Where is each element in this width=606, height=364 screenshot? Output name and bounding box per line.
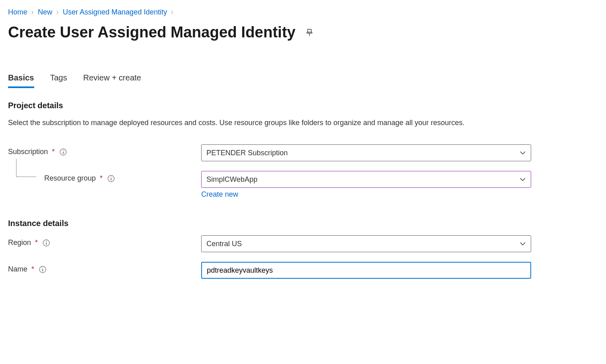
chevron-down-icon [519,176,526,183]
project-details-title: Project details [8,101,598,110]
svg-rect-0 [308,29,311,32]
project-details-description: Select the subscription to manage deploy… [8,117,491,128]
chevron-down-icon [519,150,526,156]
breadcrumb-link-new[interactable]: New [38,8,52,16]
section-project-details: Project details Select the subscription … [8,101,598,199]
pin-icon[interactable] [305,28,314,37]
create-new-link[interactable]: Create new [201,190,238,199]
region-label: Region [8,239,31,247]
instance-details-title: Instance details [8,219,598,228]
form-row-resource-group: Resource group * SimplCWebApp Create new [8,171,598,199]
page-title: Create User Assigned Managed Identity [8,24,295,41]
resource-group-label-col: Resource group * [8,171,201,183]
resource-group-dropdown[interactable]: SimplCWebApp [201,171,531,188]
info-icon[interactable] [39,266,46,273]
subscription-dropdown[interactable]: PETENDER Subscription [201,144,531,161]
info-icon[interactable] [60,148,67,156]
name-label-col: Name * [8,262,201,274]
chevron-right-icon [56,9,60,16]
region-dropdown[interactable]: Central US [201,235,531,252]
chevron-right-icon [31,9,35,16]
tab-basics[interactable]: Basics [8,73,34,88]
name-input[interactable] [201,262,531,279]
breadcrumb-link-identity[interactable]: User Assigned Managed Identity [63,8,167,16]
info-icon[interactable] [107,175,115,182]
svg-point-5 [63,150,64,151]
tab-review-create[interactable]: Review + create [83,73,141,88]
required-indicator: * [52,148,55,156]
svg-point-8 [111,177,111,177]
svg-rect-1 [307,32,312,33]
breadcrumb-link-home[interactable]: Home [8,8,27,16]
form-row-name: Name * [8,262,598,279]
region-label-col: Region * [8,235,201,247]
resource-group-value: SimplCWebApp [206,175,258,184]
region-value: Central US [206,240,242,248]
form-row-subscription: Subscription * PETENDER Subscription [8,144,598,161]
svg-point-14 [42,267,43,268]
tab-tags[interactable]: Tags [50,73,67,88]
tabs: Basics Tags Review + create [8,73,598,88]
required-indicator: * [100,174,103,183]
page-header: Create User Assigned Managed Identity [8,24,598,41]
subscription-label: Subscription [8,148,48,156]
subscription-value: PETENDER Subscription [206,149,288,157]
required-indicator: * [31,265,34,274]
indent-line [16,159,36,177]
svg-point-11 [46,241,47,242]
form-row-region: Region * Central US [8,235,598,252]
chevron-right-icon [170,9,174,16]
section-instance-details: Instance details Region * Central US Nam… [8,219,598,279]
required-indicator: * [35,239,38,247]
name-label: Name [8,265,27,274]
chevron-down-icon [519,241,526,247]
info-icon[interactable] [43,239,50,247]
resource-group-label: Resource group [44,174,96,183]
breadcrumb: Home New User Assigned Managed Identity [8,8,598,16]
subscription-label-col: Subscription * [8,144,201,156]
